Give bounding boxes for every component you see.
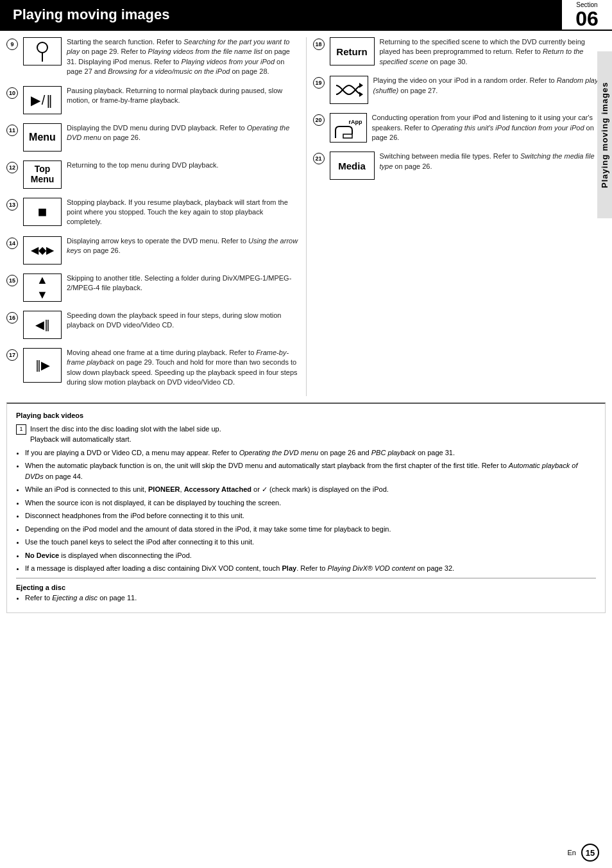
item-desc-12: Returning to the top menu during DVD pla… — [67, 161, 300, 170]
item-desc-21: Switching between media file types. Refe… — [380, 152, 606, 171]
lang-label: En — [568, 849, 576, 856]
item-number-11: 11 — [6, 125, 18, 136]
control-item-15: 15 ▲ ▼ Skipping to another title. Select… — [6, 273, 300, 302]
bullet-item: If a message is displayed after loading … — [25, 563, 596, 574]
icon-menu: Menu — [23, 123, 62, 152]
icon-media: Media — [330, 152, 375, 180]
item-number-21: 21 — [313, 153, 325, 164]
item-number-16: 16 — [6, 312, 18, 324]
bullet-item: When the source icon is not displayed, i… — [25, 498, 596, 508]
control-item-12: 12 Top Menu Returning to the top menu du… — [6, 161, 300, 189]
control-item-13: 13 ■ Stopping playback. If you resume pl… — [6, 198, 300, 227]
control-item-10: 10 ▶/‖ Pausing playback. Returning to no… — [6, 86, 300, 114]
bottom-section-title: Playing back videos — [16, 410, 596, 421]
icon-frame-fwd: ‖▶ — [23, 348, 62, 383]
bullet-item: Depending on the iPod model and the amou… — [25, 524, 596, 535]
bullet-item: If you are playing a DVD or Video CD, a … — [25, 447, 596, 458]
playback-step-1: 1 Insert the disc into the disc loading … — [16, 424, 596, 445]
icon-arrows: ◀◆▶ — [23, 236, 62, 265]
bullet-item: While an iPod is connected to this unit,… — [25, 484, 596, 495]
page-footer: En 15 — [568, 844, 599, 862]
item-desc-20: Conducting operation from your iPod and … — [372, 113, 606, 143]
ejecting-title: Ejecting a disc — [16, 584, 65, 591]
bullet-item: Disconnect headphones from the iPod befo… — [25, 510, 596, 521]
ejecting-section: Ejecting a disc Refer to Ejecting a disc… — [16, 582, 596, 603]
page-wrapper: Playing moving images Section 06 Playing… — [0, 0, 612, 868]
item-number-19: 19 — [313, 77, 325, 89]
item-number-20: 20 — [313, 114, 325, 126]
left-column: 9 Starting the search function. Refer to… — [6, 37, 300, 396]
svg-point-0 — [37, 42, 47, 53]
item-number-13: 13 — [6, 199, 18, 211]
item-desc-18: Returning to the specified scene to whic… — [380, 37, 606, 67]
item-desc-17: Moving ahead one frame at a time during … — [67, 348, 300, 388]
item-desc-11: Displaying the DVD menu during DVD playb… — [67, 123, 300, 143]
icon-play-pause: ▶/‖ — [23, 86, 62, 114]
svg-marker-3 — [359, 92, 363, 97]
item-desc-9: Starting the search function. Refer to S… — [67, 37, 300, 77]
svg-marker-2 — [359, 83, 363, 88]
control-item-19: 19 Playing the video on your iPod in a r… — [313, 76, 606, 104]
icon-up-down: ▲ ▼ — [23, 273, 62, 302]
page-header: Playing moving images Section 06 — [0, 0, 612, 31]
item-number-15: 15 — [6, 275, 18, 286]
side-label: Playing moving images — [597, 51, 612, 218]
icon-slow-rev: ◀‖ — [23, 311, 62, 339]
right-column: 18 Return Returning to the specified sce… — [306, 37, 606, 396]
item-desc-19: Playing the video on your iPod in a rand… — [373, 76, 606, 96]
item-desc-16: Speeding down the playback speed in four… — [67, 311, 300, 331]
control-item-14: 14 ◀◆▶ Displaying arrow keys to operate … — [6, 236, 300, 265]
step-number: 1 — [16, 424, 26, 435]
item-desc-13: Stopping playback. If you resume playbac… — [67, 198, 300, 227]
item-desc-10: Pausing playback. Returning to normal pl… — [67, 86, 300, 106]
main-content: 9 Starting the search function. Refer to… — [0, 37, 612, 396]
control-item-20: 20 rApp Conducting operation from your i… — [313, 113, 606, 143]
icon-stop: ■ — [23, 198, 62, 226]
bullet-item: Use the touch panel keys to select the i… — [25, 537, 596, 548]
icon-return: Return — [330, 37, 375, 65]
ejecting-bullet: Refer to Ejecting a disc on page 11. — [25, 593, 596, 603]
section-badge: Section 06 — [561, 0, 612, 30]
icon-search — [23, 37, 62, 65]
item-number-10: 10 — [6, 87, 18, 99]
item-desc-15: Skipping to another title. Selecting a f… — [67, 273, 300, 293]
control-item-11: 11 Menu Displaying the DVD menu during D… — [6, 123, 300, 152]
bottom-section: Playing back videos 1 Insert the disc in… — [6, 403, 606, 613]
item-number-14: 14 — [6, 238, 18, 249]
ejecting-bullets: Refer to Ejecting a disc on page 11. — [16, 593, 596, 603]
bullet-list: If you are playing a DVD or Video CD, a … — [16, 447, 596, 574]
bullet-item: No Device is displayed when disconnectin… — [25, 550, 596, 561]
item-number-17: 17 — [6, 349, 18, 361]
item-number-12: 12 — [6, 162, 18, 173]
section-number: 06 — [575, 8, 599, 29]
control-item-18: 18 Return Returning to the specified sce… — [313, 37, 606, 67]
item-number-9: 9 — [6, 39, 18, 50]
icon-top-menu: Top Menu — [23, 161, 62, 189]
bullet-item: When the automatic playback function is … — [25, 460, 596, 482]
item-number-18: 18 — [313, 39, 325, 50]
icon-app: rApp — [330, 113, 367, 143]
control-item-17: 17 ‖▶ Moving ahead one frame at a time d… — [6, 348, 300, 388]
page-title: Playing moving images — [0, 0, 561, 30]
divider — [16, 578, 596, 578]
item-desc-14: Displaying arrow keys to operate the DVD… — [67, 236, 300, 256]
control-item-16: 16 ◀‖ Speeding down the playback speed i… — [6, 311, 300, 339]
control-item-9: 9 Starting the search function. Refer to… — [6, 37, 300, 77]
page-number: 15 — [581, 844, 599, 862]
control-item-21: 21 Media Switching between media file ty… — [313, 152, 606, 180]
icon-shuffle — [330, 76, 368, 104]
step-text: Insert the disc into the disc loading sl… — [30, 424, 221, 445]
